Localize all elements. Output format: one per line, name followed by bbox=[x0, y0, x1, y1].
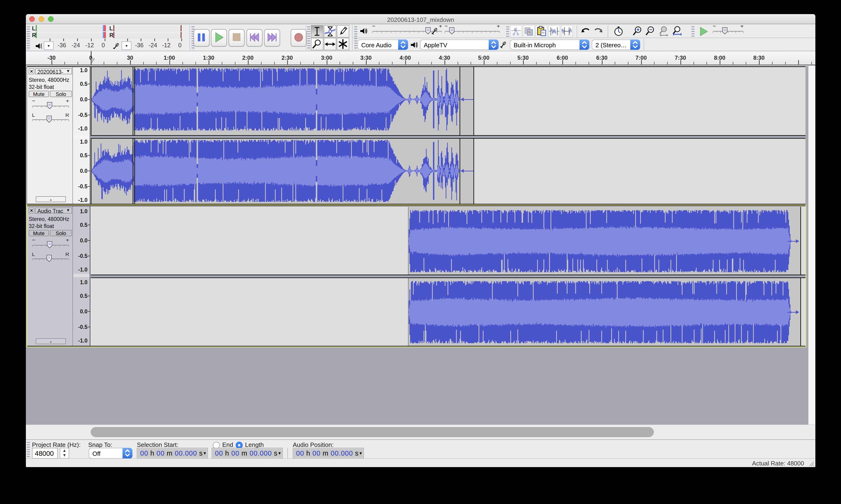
svg-text:−: − bbox=[445, 25, 448, 29]
svg-text:+: + bbox=[497, 25, 500, 29]
svg-text:+: + bbox=[740, 25, 744, 29]
svg-text:−: − bbox=[372, 25, 375, 29]
svg-text:+: + bbox=[439, 25, 442, 29]
svg-text:−: − bbox=[713, 25, 716, 29]
